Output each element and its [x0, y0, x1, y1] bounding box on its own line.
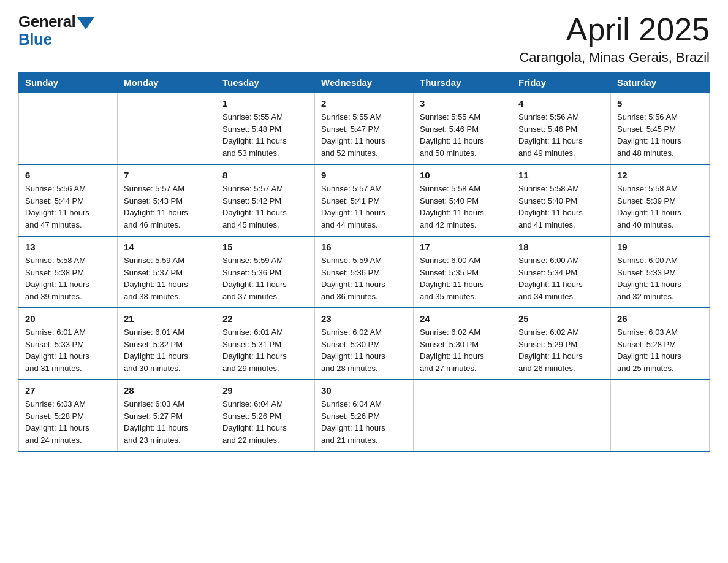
day-number: 8	[222, 170, 308, 180]
calendar-title: April 2025	[519, 12, 710, 47]
calendar-day-22: 22Sunrise: 6:01 AM Sunset: 5:31 PM Dayli…	[216, 308, 315, 380]
weekday-header-sunday: Sunday	[19, 72, 118, 93]
day-info: Sunrise: 5:57 AM Sunset: 5:43 PM Dayligh…	[124, 183, 210, 231]
day-number: 10	[420, 170, 506, 180]
calendar-day-23: 23Sunrise: 6:02 AM Sunset: 5:30 PM Dayli…	[315, 308, 414, 380]
day-info: Sunrise: 5:59 AM Sunset: 5:36 PM Dayligh…	[321, 255, 407, 302]
day-number: 11	[518, 170, 604, 180]
calendar-day-8: 8Sunrise: 5:57 AM Sunset: 5:42 PM Daylig…	[216, 164, 315, 236]
day-info: Sunrise: 6:04 AM Sunset: 5:26 PM Dayligh…	[321, 398, 407, 446]
day-info: Sunrise: 5:56 AM Sunset: 5:44 PM Dayligh…	[25, 183, 111, 231]
day-number: 7	[124, 170, 210, 180]
day-info: Sunrise: 6:01 AM Sunset: 5:33 PM Dayligh…	[25, 326, 111, 374]
weekday-header-monday: Monday	[118, 72, 216, 93]
weekday-header-friday: Friday	[512, 72, 611, 93]
day-number: 21	[124, 313, 210, 324]
calendar-day-20: 20Sunrise: 6:01 AM Sunset: 5:33 PM Dayli…	[19, 308, 118, 380]
calendar-day-empty	[414, 380, 512, 451]
calendar-day-5: 5Sunrise: 5:56 AM Sunset: 5:45 PM Daylig…	[611, 93, 710, 165]
calendar-day-26: 26Sunrise: 6:03 AM Sunset: 5:28 PM Dayli…	[611, 308, 710, 380]
day-number: 28	[124, 385, 210, 396]
weekday-header-saturday: Saturday	[611, 72, 710, 93]
calendar-day-9: 9Sunrise: 5:57 AM Sunset: 5:41 PM Daylig…	[315, 164, 414, 236]
calendar-day-19: 19Sunrise: 6:00 AM Sunset: 5:33 PM Dayli…	[611, 236, 710, 308]
logo-triangle-icon	[77, 17, 94, 29]
day-number: 3	[420, 98, 506, 109]
day-info: Sunrise: 6:01 AM Sunset: 5:31 PM Dayligh…	[222, 326, 308, 374]
calendar-day-6: 6Sunrise: 5:56 AM Sunset: 5:44 PM Daylig…	[19, 164, 118, 236]
calendar-day-empty	[512, 380, 611, 451]
day-number: 25	[518, 313, 604, 324]
day-number: 14	[124, 242, 210, 252]
calendar-day-21: 21Sunrise: 6:01 AM Sunset: 5:32 PM Dayli…	[118, 308, 216, 380]
day-info: Sunrise: 5:58 AM Sunset: 5:40 PM Dayligh…	[518, 183, 604, 231]
day-number: 26	[617, 313, 703, 324]
day-info: Sunrise: 6:01 AM Sunset: 5:32 PM Dayligh…	[124, 326, 210, 374]
day-info: Sunrise: 6:03 AM Sunset: 5:28 PM Dayligh…	[25, 398, 111, 446]
calendar-day-4: 4Sunrise: 5:56 AM Sunset: 5:46 PM Daylig…	[512, 93, 611, 165]
day-info: Sunrise: 6:03 AM Sunset: 5:27 PM Dayligh…	[124, 398, 210, 446]
calendar-day-18: 18Sunrise: 6:00 AM Sunset: 5:34 PM Dayli…	[512, 236, 611, 308]
calendar-day-1: 1Sunrise: 5:55 AM Sunset: 5:48 PM Daylig…	[216, 93, 315, 165]
calendar-subtitle: Carangola, Minas Gerais, Brazil	[519, 50, 710, 66]
calendar-day-30: 30Sunrise: 6:04 AM Sunset: 5:26 PM Dayli…	[315, 380, 414, 451]
calendar-day-10: 10Sunrise: 5:58 AM Sunset: 5:40 PM Dayli…	[414, 164, 512, 236]
day-info: Sunrise: 5:56 AM Sunset: 5:46 PM Dayligh…	[518, 111, 604, 159]
calendar-week-row: 6Sunrise: 5:56 AM Sunset: 5:44 PM Daylig…	[19, 164, 710, 236]
calendar-day-empty	[118, 93, 216, 165]
day-number: 15	[222, 242, 308, 252]
day-number: 30	[321, 385, 407, 396]
calendar-day-24: 24Sunrise: 6:02 AM Sunset: 5:30 PM Dayli…	[414, 308, 512, 380]
weekday-header-thursday: Thursday	[414, 72, 512, 93]
weekday-header-row: SundayMondayTuesdayWednesdayThursdayFrid…	[19, 72, 710, 93]
day-number: 2	[321, 98, 407, 109]
day-number: 4	[518, 98, 604, 109]
calendar-day-15: 15Sunrise: 5:59 AM Sunset: 5:36 PM Dayli…	[216, 236, 315, 308]
day-info: Sunrise: 6:02 AM Sunset: 5:30 PM Dayligh…	[420, 326, 506, 374]
calendar-day-27: 27Sunrise: 6:03 AM Sunset: 5:28 PM Dayli…	[19, 380, 118, 451]
day-info: Sunrise: 5:55 AM Sunset: 5:48 PM Dayligh…	[222, 111, 308, 159]
title-block: April 2025 Carangola, Minas Gerais, Braz…	[519, 12, 710, 66]
calendar-day-7: 7Sunrise: 5:57 AM Sunset: 5:43 PM Daylig…	[118, 164, 216, 236]
day-number: 12	[617, 170, 703, 180]
calendar-week-row: 20Sunrise: 6:01 AM Sunset: 5:33 PM Dayli…	[19, 308, 710, 380]
logo: General Blue	[18, 12, 94, 49]
day-info: Sunrise: 6:03 AM Sunset: 5:28 PM Dayligh…	[617, 326, 703, 374]
calendar-week-row: 27Sunrise: 6:03 AM Sunset: 5:28 PM Dayli…	[19, 380, 710, 451]
day-info: Sunrise: 5:56 AM Sunset: 5:45 PM Dayligh…	[617, 111, 703, 159]
logo-blue-text: Blue	[18, 30, 51, 49]
day-info: Sunrise: 5:55 AM Sunset: 5:47 PM Dayligh…	[321, 111, 407, 159]
calendar-table: SundayMondayTuesdayWednesdayThursdayFrid…	[18, 72, 710, 452]
calendar-day-11: 11Sunrise: 5:58 AM Sunset: 5:40 PM Dayli…	[512, 164, 611, 236]
day-info: Sunrise: 6:02 AM Sunset: 5:30 PM Dayligh…	[321, 326, 407, 374]
calendar-day-14: 14Sunrise: 5:59 AM Sunset: 5:37 PM Dayli…	[118, 236, 216, 308]
day-number: 19	[617, 242, 703, 252]
day-info: Sunrise: 6:00 AM Sunset: 5:34 PM Dayligh…	[518, 255, 604, 302]
day-info: Sunrise: 5:58 AM Sunset: 5:38 PM Dayligh…	[25, 255, 111, 302]
day-info: Sunrise: 6:00 AM Sunset: 5:33 PM Dayligh…	[617, 255, 703, 302]
calendar-week-row: 1Sunrise: 5:55 AM Sunset: 5:48 PM Daylig…	[19, 93, 710, 165]
logo-general-text: General	[18, 12, 75, 31]
calendar-day-3: 3Sunrise: 5:55 AM Sunset: 5:46 PM Daylig…	[414, 93, 512, 165]
weekday-header-wednesday: Wednesday	[315, 72, 414, 93]
calendar-day-25: 25Sunrise: 6:02 AM Sunset: 5:29 PM Dayli…	[512, 308, 611, 380]
day-number: 29	[222, 385, 308, 396]
day-info: Sunrise: 5:57 AM Sunset: 5:42 PM Dayligh…	[222, 183, 308, 231]
day-number: 27	[25, 385, 111, 396]
day-info: Sunrise: 5:57 AM Sunset: 5:41 PM Dayligh…	[321, 183, 407, 231]
calendar-day-empty	[19, 93, 118, 165]
day-info: Sunrise: 5:59 AM Sunset: 5:36 PM Dayligh…	[222, 255, 308, 302]
day-number: 9	[321, 170, 407, 180]
day-number: 13	[25, 242, 111, 252]
calendar-header: SundayMondayTuesdayWednesdayThursdayFrid…	[19, 72, 710, 93]
calendar-day-16: 16Sunrise: 5:59 AM Sunset: 5:36 PM Dayli…	[315, 236, 414, 308]
calendar-day-29: 29Sunrise: 6:04 AM Sunset: 5:26 PM Dayli…	[216, 380, 315, 451]
day-info: Sunrise: 6:04 AM Sunset: 5:26 PM Dayligh…	[222, 398, 308, 446]
day-number: 24	[420, 313, 506, 324]
calendar-body: 1Sunrise: 5:55 AM Sunset: 5:48 PM Daylig…	[19, 93, 710, 452]
day-number: 1	[222, 98, 308, 109]
weekday-header-tuesday: Tuesday	[216, 72, 315, 93]
day-number: 20	[25, 313, 111, 324]
day-number: 5	[617, 98, 703, 109]
calendar-day-13: 13Sunrise: 5:58 AM Sunset: 5:38 PM Dayli…	[19, 236, 118, 308]
